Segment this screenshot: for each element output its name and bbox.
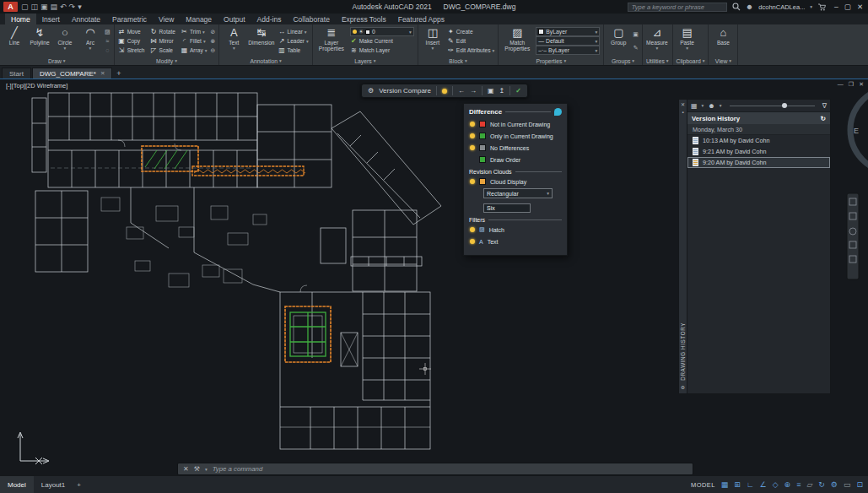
fillet-button[interactable]: ◜Fillet▾ [181, 36, 208, 46]
move-button[interactable]: ⇄Move [118, 27, 145, 36]
visibility-bulb-icon[interactable] [470, 145, 475, 150]
command-caret-icon[interactable]: ▾ [205, 467, 208, 472]
polar-toggle-icon[interactable]: ∠ [760, 480, 767, 489]
tab-manage[interactable]: Manage [180, 14, 218, 24]
next-change-icon[interactable]: → [470, 87, 477, 95]
command-tools-icon[interactable]: ⚒ [194, 465, 200, 473]
draw-panel-label[interactable]: Draw▾ [3, 57, 111, 65]
match-properties-button[interactable]: ▨Match Properties [502, 25, 532, 57]
clipboard-panel-label[interactable]: Clipboard▾ [677, 57, 705, 65]
user-icon[interactable]: ☻ [746, 3, 753, 11]
close-tab-icon[interactable]: ✕ [100, 70, 105, 77]
erase-icon[interactable]: ⊘ [210, 28, 215, 35]
close-button[interactable]: ✕ [857, 3, 863, 11]
model-space-indicator[interactable]: MODEL [691, 481, 715, 489]
search-icon[interactable] [732, 3, 741, 11]
osnap-toggle-icon[interactable]: ⊕ [784, 480, 791, 489]
open-icon[interactable]: ◫ [31, 2, 39, 12]
tab-parametric[interactable]: Parametric [106, 14, 153, 24]
circle-button[interactable]: ○Circle▾ [54, 25, 76, 57]
tab-add-ins[interactable]: Add-ins [251, 14, 288, 24]
object-color-dropdown[interactable]: ByLayer▾ [536, 27, 600, 36]
visibility-bulb-icon[interactable] [470, 133, 475, 138]
compare-toggle-bulb-icon[interactable] [442, 89, 447, 94]
maximize-button[interactable]: ▢ [844, 3, 851, 11]
history-item-selected[interactable]: 9:20 AM by David Cohn [687, 157, 830, 168]
layer-properties-button[interactable]: ≣Layer Properties [316, 25, 347, 57]
model-tab[interactable]: Model [0, 476, 34, 493]
line-button[interactable]: ╱Line [3, 25, 25, 57]
paste-button[interactable]: ▤Paste▾ [677, 25, 698, 57]
lineweight-dropdown[interactable]: —Default▾ [536, 36, 600, 46]
gradient-icon[interactable]: ≈ [105, 37, 111, 45]
annotation-toggle-icon[interactable]: ▭ [844, 480, 851, 489]
modify-panel-label[interactable]: Modify▾ [118, 57, 216, 65]
doc-minimize-icon[interactable]: — [838, 81, 844, 88]
history-item[interactable]: 10:13 AM by David Cohn [687, 135, 830, 146]
undo-icon[interactable]: ↶ [60, 2, 67, 12]
stretch-button[interactable]: ⇲Stretch [118, 46, 145, 55]
explode-icon[interactable]: ⊗ [210, 37, 215, 45]
user-filter-icon[interactable]: ☻ [708, 102, 714, 110]
palette-properties-icon[interactable]: ⚙ [681, 384, 685, 392]
view-mode-icon[interactable]: ▦ [691, 102, 698, 110]
isodraft-toggle-icon[interactable]: ◇ [773, 480, 779, 489]
command-prompt[interactable]: Type a command [213, 465, 263, 473]
export-icon[interactable]: ↥ [499, 87, 505, 95]
snap-toggle-icon[interactable]: ⊞ [734, 480, 741, 489]
utilities-panel-label[interactable]: Utilities▾ [646, 57, 669, 65]
help-search-input[interactable] [628, 3, 727, 12]
tab-annotate[interactable]: Annotate [66, 14, 106, 24]
layer-dropdown[interactable]: ☀ 0 ▾ [350, 27, 414, 36]
previous-change-icon[interactable]: ← [458, 87, 465, 95]
match-layer-button[interactable]: ≋Match Layer [350, 46, 414, 55]
tab-output[interactable]: Output [218, 14, 251, 24]
refresh-icon[interactable]: ↻ [820, 115, 826, 122]
filter-funnel-icon[interactable]: ∇ [822, 102, 827, 110]
user-dropdown-icon[interactable]: ▾ [810, 4, 812, 9]
tab-express-tools[interactable]: Express Tools [336, 14, 392, 24]
tab-home[interactable]: Home [5, 14, 36, 24]
palette-close-icon[interactable]: ✕ [681, 101, 685, 109]
autocad-logo-icon[interactable]: A [3, 2, 18, 12]
edit-attributes-button[interactable]: ✑Edit Attributes▾ [447, 46, 494, 55]
insert-button[interactable]: ◫Insert▾ [422, 25, 444, 57]
group-button[interactable]: ▢Group [607, 25, 629, 57]
new-layout-button[interactable]: + [73, 481, 85, 489]
measure-button[interactable]: ⊿Measure▾ [646, 25, 668, 57]
text-button[interactable]: AText▾ [223, 25, 245, 57]
signed-in-user[interactable]: dcohnCADLea... [758, 3, 805, 11]
ortho-toggle-icon[interactable]: ∟ [747, 480, 754, 489]
edit-block-button[interactable]: ✎Edit [447, 36, 494, 46]
palette-pin-icon[interactable]: ▪ [682, 109, 683, 116]
cloud-size-input[interactable] [483, 203, 531, 213]
import-icon[interactable]: ▣ [488, 87, 494, 95]
properties-panel-label[interactable]: Properties▾ [502, 57, 600, 65]
mirror-button[interactable]: ⋈Mirror [150, 36, 175, 46]
viewport-controls[interactable]: [-][Top][2D Wireframe] [6, 82, 67, 89]
tab-featured-apps[interactable]: Featured Apps [392, 14, 450, 24]
new-tab-button[interactable]: + [113, 68, 124, 79]
visibility-bulb-icon[interactable] [470, 122, 475, 127]
layout1-tab[interactable]: Layout1 [34, 476, 73, 493]
dimension-button[interactable]: ↹Dimension [248, 25, 274, 57]
linetype-dropdown[interactable]: –·–ByLayer▾ [536, 46, 600, 55]
rotate-button[interactable]: ↻Rotate [150, 27, 175, 36]
redo-icon[interactable]: ↷ [69, 2, 76, 12]
cloud-color-swatch[interactable] [479, 178, 486, 185]
cloud-bulb-icon[interactable] [470, 179, 475, 184]
text-bulb-icon[interactable] [470, 239, 475, 244]
accept-check-icon[interactable]: ✓ [515, 87, 521, 95]
annotation-panel-label[interactable]: Annotation▾ [223, 57, 308, 65]
linear-button[interactable]: ↔Linear▾ [278, 27, 309, 36]
history-date-group[interactable]: Monday, March 30 [687, 124, 830, 135]
slider-knob[interactable] [782, 103, 787, 108]
layers-panel-label[interactable]: Layers▾ [316, 57, 414, 65]
doc-close-icon[interactable]: ✕ [859, 81, 864, 88]
app-store-cart-icon[interactable] [817, 3, 826, 11]
command-close-icon[interactable]: ✕ [183, 465, 189, 473]
qat-dropdown-icon[interactable]: ▾ [78, 2, 82, 12]
base-button[interactable]: ⌂Base [712, 25, 734, 57]
tab-collaborate[interactable]: Collaborate [287, 14, 335, 24]
boundary-icon[interactable]: ◌ [105, 46, 111, 54]
